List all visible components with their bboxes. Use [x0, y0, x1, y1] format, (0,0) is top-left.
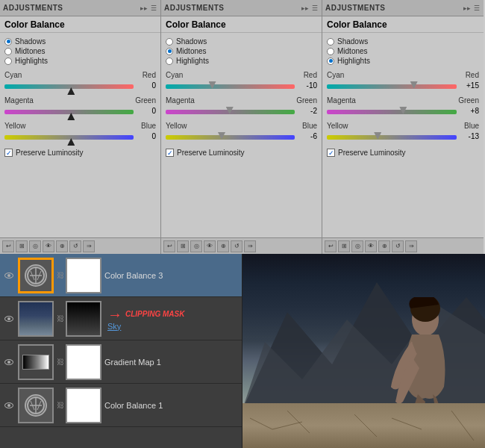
panel-1-mg-value: 0 — [135, 107, 156, 115]
panel-3-tb-select[interactable]: ⊞ — [338, 240, 350, 252]
panel-1-toolbar: ↩ ⊞ ◎ 👁 ⊕ ↺ ⇒ — [0, 237, 160, 254]
panel-2-mg-slider-container[interactable]: -2 — [166, 105, 317, 117]
panel-1-cr-value: 0 — [135, 81, 156, 90]
panel-1-preserve-label: Preserve Luminosity — [16, 149, 84, 157]
panel-2-label-shadows: Shadows — [176, 37, 207, 46]
panel-1-expand-icon[interactable]: ▸▸ — [140, 4, 148, 12]
panel-3-title: ADJUSTMENTS — [325, 4, 386, 12]
panel-2-tb-back[interactable]: ↩ — [163, 240, 175, 252]
panel-2-header: ADJUSTMENTS ▸▸ ☰ — [161, 0, 322, 16]
panel-3-mg-labels: Magenta Green — [327, 96, 479, 105]
layer-sky-thumbnail — [18, 301, 54, 337]
panel-1-subtitle: Color Balance — [0, 16, 160, 33]
panel-1-yb-slider-container[interactable]: 0 — [4, 131, 156, 143]
panel-3-mg-slider-container[interactable]: +8 — [327, 105, 479, 117]
layer-sky-eye[interactable] — [3, 313, 15, 325]
panel-3-tb-arrow[interactable]: ⇒ — [405, 240, 417, 252]
panel-1-cr-labels: Cyan Red — [4, 71, 156, 79]
panel-2-tb-circle[interactable]: ◎ — [190, 240, 202, 252]
panel-1-radio-midtones[interactable] — [4, 48, 12, 55]
panel-2-radio-highlights[interactable] — [166, 57, 173, 65]
panel-2-radio-midtones[interactable] — [166, 48, 173, 55]
panel-2-yb-track — [166, 135, 295, 140]
panel-2-tone-highlights-row[interactable]: Highlights — [166, 57, 317, 65]
layer-row-sky[interactable]: ⛓ → CLIPPING MASK Sky — [0, 297, 242, 340]
panel-2-slider-cyan-red: Cyan Red -10 — [166, 71, 317, 92]
panel-3-cr-slider-container[interactable]: +15 — [327, 80, 479, 92]
layer-gm1-thumbnail — [18, 344, 54, 380]
layer-cb3-eye[interactable] — [3, 270, 15, 281]
panel-2-slider-magenta-green: Magenta Green -2 — [166, 96, 317, 117]
panel-1-cr-slider-container[interactable]: 0 — [4, 80, 156, 92]
panel-1-tb-back[interactable]: ↩ — [2, 240, 14, 252]
panel-1-tone-midtones-row[interactable]: Midtones — [4, 47, 156, 55]
layer-row-cb1[interactable]: ⛓ Color Balance 1 — [0, 384, 242, 427]
panel-2-tone-midtones-row[interactable]: Midtones — [166, 47, 317, 55]
layer-gm1-name: Gradient Map 1 — [104, 358, 239, 367]
panel-2-radio-shadows[interactable] — [166, 38, 173, 46]
panel-1-tb-eye[interactable]: 👁 — [43, 240, 54, 252]
panel-1-mg-slider-container[interactable]: 0 — [4, 105, 156, 117]
layer-cb3-mask — [66, 258, 101, 293]
panel-1-mg-labels: Magenta Green — [4, 96, 156, 105]
panel-1-tb-circle[interactable]: ◎ — [29, 240, 41, 252]
panel-2-toolbar: ↩ ⊞ ◎ 👁 ⊕ ↺ ⇒ — [161, 237, 322, 254]
panel-3-yb-slider-container[interactable]: -13 — [327, 131, 479, 143]
svg-line-18 — [392, 418, 422, 429]
panel-3-tone-highlights-row[interactable]: Highlights — [327, 57, 479, 65]
panel-3-tb-back[interactable]: ↩ — [325, 240, 337, 252]
panel-2-preserve-row: Preserve Luminosity — [166, 149, 317, 157]
layer-gm1-eye[interactable] — [3, 356, 15, 368]
panel-3-tone-midtones-row[interactable]: Midtones — [327, 47, 479, 55]
panel-2-tb-arrow[interactable]: ⇒ — [244, 240, 256, 252]
panel-3-tb-eye[interactable]: 👁 — [365, 240, 377, 252]
panel-1-radio-highlights[interactable] — [4, 57, 12, 65]
panel-2-menu-icon[interactable]: ☰ — [311, 4, 319, 12]
panel-1-mg-track — [4, 110, 134, 114]
layer-sky-mask — [66, 301, 101, 337]
panel-2-tb-add[interactable]: ⊕ — [217, 240, 229, 252]
panel-2-tb-select[interactable]: ⊞ — [177, 240, 189, 252]
panel-2-green-label: Green — [296, 96, 317, 105]
layer-row-gm1[interactable]: ⛓ Gradient Map 1 — [0, 340, 242, 384]
panel-2-tone-shadows-row[interactable]: Shadows — [166, 37, 317, 46]
panel-2-magenta-label: Magenta — [166, 96, 195, 105]
panel-2-yb-slider-container[interactable]: -6 — [166, 131, 317, 143]
panel-1-menu-icon[interactable]: ☰ — [150, 4, 157, 12]
panel-2-tb-refresh[interactable]: ↺ — [231, 240, 242, 252]
panel-3: ADJUSTMENTS ▸▸ ☰ Color Balance Shadows M… — [322, 0, 484, 254]
panel-2-cr-slider-container[interactable]: -10 — [166, 80, 317, 92]
panel-3-yb-labels: Yellow Blue — [327, 122, 479, 130]
panel-3-preserve-checkbox[interactable] — [327, 149, 335, 157]
panel-1-tone-shadows-row[interactable]: Shadows — [4, 37, 156, 46]
panel-1-tb-select[interactable]: ⊞ — [16, 240, 28, 252]
panel-2-mg-value: -2 — [296, 107, 317, 115]
panel-3-tone-shadows-row[interactable]: Shadows — [327, 37, 479, 46]
panel-2-tb-eye[interactable]: 👁 — [204, 240, 216, 252]
balance-icon — [26, 266, 46, 285]
panel-2-preserve-checkbox[interactable] — [166, 149, 174, 157]
layer-row-cb3[interactable]: ⛓ Color Balance 3 — [0, 254, 242, 297]
layer-sky-info: → CLIPPING MASK Sky — [104, 307, 239, 331]
svg-line-15 — [272, 422, 302, 429]
panel-3-tb-refresh[interactable]: ↺ — [392, 240, 404, 252]
panel-3-radio-shadows[interactable] — [327, 38, 334, 46]
layer-cb1-eye[interactable] — [3, 399, 15, 411]
panel-1-tone-highlights-row[interactable]: Highlights — [4, 57, 156, 65]
panel-3-mg-track — [327, 110, 457, 114]
panel-1-header: ADJUSTMENTS ▸▸ ☰ — [0, 0, 160, 16]
panel-3-tb-circle[interactable]: ◎ — [351, 240, 363, 252]
panel-1-tb-refresh[interactable]: ↺ — [69, 240, 81, 252]
panel-3-tb-add[interactable]: ⊕ — [378, 240, 390, 252]
panel-3-expand-icon[interactable]: ▸▸ — [463, 4, 472, 12]
layer-sky-chain: ⛓ — [57, 313, 64, 325]
panel-3-radio-midtones[interactable] — [327, 48, 334, 55]
panel-1-radio-shadows[interactable] — [4, 38, 12, 46]
panel-1-tb-add[interactable]: ⊕ — [56, 240, 68, 252]
panel-3-radio-highlights[interactable] — [327, 57, 334, 65]
panel-3-yb-track — [327, 135, 457, 140]
panel-2-expand-icon[interactable]: ▸▸ — [301, 4, 310, 12]
panel-1-preserve-checkbox[interactable] — [4, 149, 13, 157]
panel-1-tb-arrow[interactable]: ⇒ — [83, 240, 95, 252]
panel-3-menu-icon[interactable]: ☰ — [473, 4, 481, 12]
